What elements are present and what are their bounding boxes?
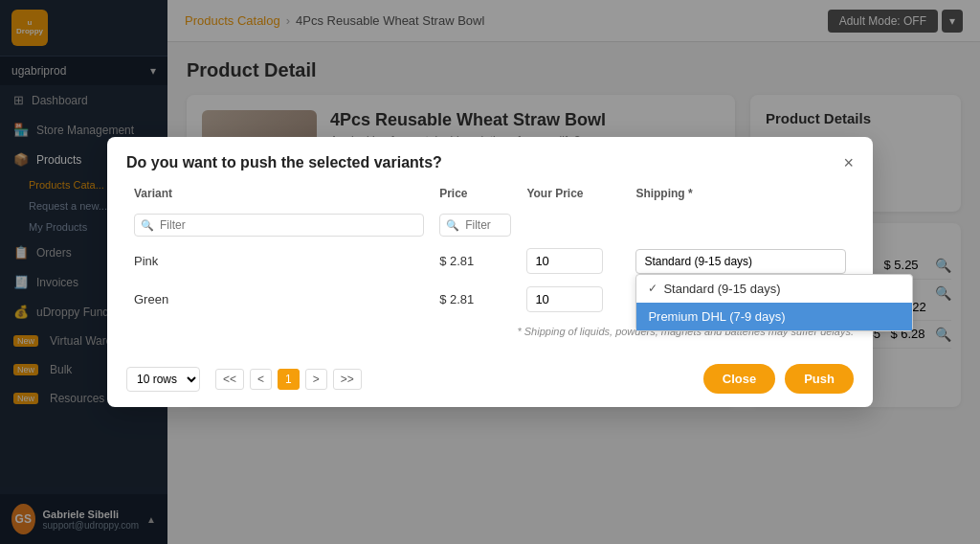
pagination: << < 1 > >>: [215, 369, 362, 390]
variants-table: Variant Price Your Price Shipping * 🔍: [126, 183, 854, 318]
shipping-option-standard[interactable]: ✓ Standard (9-15 days): [636, 275, 912, 303]
price-filter-wrap: 🔍: [439, 214, 511, 237]
col-price: Price: [432, 183, 519, 208]
push-button[interactable]: Push: [785, 364, 854, 394]
pink-shipping-dropdown: ✓ Standard (9-15 days) Premium DHL (7-9 …: [635, 274, 913, 331]
col-shipping: Shipping *: [628, 183, 854, 208]
rows-per-page-select[interactable]: 10 rows 25 rows 50 rows: [126, 367, 200, 392]
green-your-price-input[interactable]: [526, 286, 603, 312]
price-filter-icon: 🔍: [446, 219, 459, 232]
pagination-last[interactable]: >>: [333, 369, 362, 390]
pagination-first[interactable]: <<: [215, 369, 244, 390]
table-row-pink: Pink $ 2.81 Standard (9-15 days): [126, 242, 854, 280]
modal: Do you want to push the selected variant…: [107, 137, 873, 407]
close-button[interactable]: Close: [703, 364, 775, 394]
variant-filter-wrap: 🔍: [134, 214, 424, 237]
col-variant: Variant: [126, 183, 432, 208]
check-icon: ✓: [648, 282, 657, 295]
shipping-premium-label: Premium DHL (7-9 days): [648, 309, 785, 324]
variant-filter-icon: 🔍: [141, 219, 154, 232]
green-variant-cell: Green: [126, 280, 432, 318]
pink-your-price-input[interactable]: [526, 248, 603, 274]
green-price-cell: $ 2.81: [432, 280, 519, 318]
pagination-prev[interactable]: <: [250, 369, 272, 390]
footer-right: Close Push: [703, 364, 854, 394]
shipping-standard-label: Standard (9-15 days): [663, 282, 780, 296]
modal-overlay: Do you want to push the selected variant…: [0, 0, 980, 544]
shipping-option-premium[interactable]: Premium DHL (7-9 days): [636, 303, 912, 330]
col-your-price: Your Price: [519, 183, 628, 208]
pagination-next[interactable]: >: [305, 369, 327, 390]
modal-close-button[interactable]: ×: [843, 154, 854, 171]
pink-variant-cell: Pink: [126, 242, 432, 280]
modal-title: Do you want to push the selected variant…: [126, 154, 442, 171]
footer-left: 10 rows 25 rows 50 rows << < 1 > >>: [126, 367, 362, 392]
pagination-current[interactable]: 1: [278, 369, 300, 390]
modal-header: Do you want to push the selected variant…: [107, 137, 873, 183]
modal-footer: 10 rows 25 rows 50 rows << < 1 > >> Clos…: [107, 351, 873, 407]
variant-filter-input[interactable]: [134, 214, 424, 237]
modal-body: Variant Price Your Price Shipping * 🔍: [107, 183, 873, 351]
pink-shipping-display[interactable]: Standard (9-15 days): [635, 249, 846, 274]
pink-price-cell: $ 2.81: [432, 242, 519, 280]
pink-shipping-wrap: Standard (9-15 days) ✓ Standard (9-15 da…: [635, 249, 846, 274]
